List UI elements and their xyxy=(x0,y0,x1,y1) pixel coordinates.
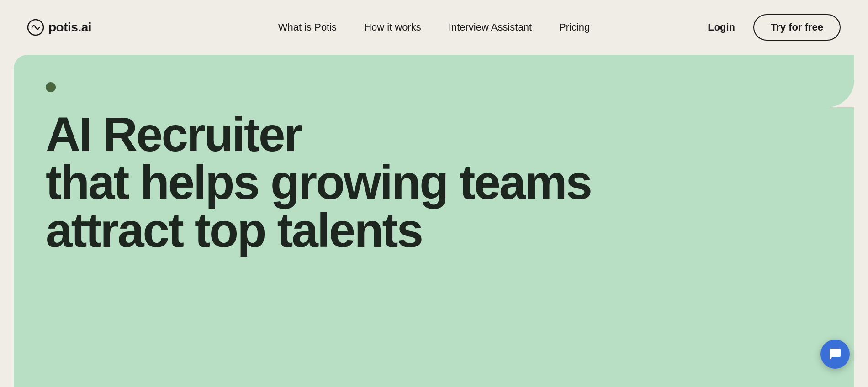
hero-section: AI Recruiter that helps growing teams at… xyxy=(0,55,868,387)
nav-link-how-it-works[interactable]: How it works xyxy=(364,21,421,33)
chat-bubble-icon xyxy=(828,347,842,361)
hero-line1: AI Recruiter xyxy=(46,108,301,161)
nav-links: What is Potis How it works Interview Ass… xyxy=(278,21,590,33)
hero-line2: that helps growing teams xyxy=(46,156,591,209)
nav-right: Login Try for free xyxy=(708,14,841,41)
hero-line3: attract top talents xyxy=(46,204,422,257)
nav-link-what-is-potis[interactable]: What is Potis xyxy=(278,21,337,33)
logo-text: potis.ai xyxy=(48,20,91,35)
navbar: potis.ai What is Potis How it works Inte… xyxy=(0,0,868,55)
nav-link-pricing[interactable]: Pricing xyxy=(559,21,590,33)
logo-link[interactable]: potis.ai xyxy=(27,19,91,36)
chat-widget[interactable] xyxy=(820,340,850,369)
nav-link-interview-assistant[interactable]: Interview Assistant xyxy=(449,21,532,33)
hero-content: AI Recruiter that helps growing teams at… xyxy=(14,55,854,387)
logo-icon xyxy=(27,19,44,36)
try-for-free-button[interactable]: Try for free xyxy=(753,14,841,41)
login-link[interactable]: Login xyxy=(708,21,735,33)
hero-headline: AI Recruiter that helps growing teams at… xyxy=(46,110,822,254)
hero-dot xyxy=(46,82,56,92)
